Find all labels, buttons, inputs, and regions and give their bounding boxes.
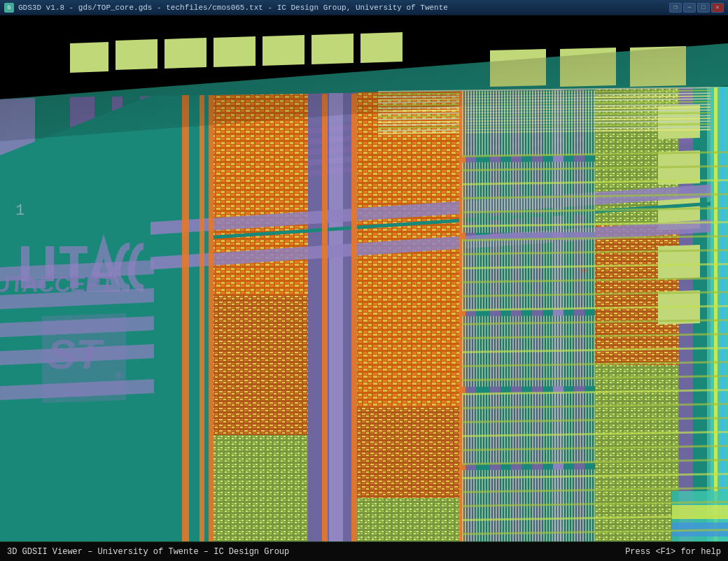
chip-canvas: UTACCEPT ST ® 2011 1 <box>0 15 728 541</box>
title-bar: G GDS3D v1.8 - gds/TOP_core.gds - techfi… <box>0 0 728 15</box>
window-title: GDS3D v1.8 - gds/TOP_core.gds - techfile… <box>18 3 448 12</box>
svg-marker-63 <box>70 42 108 73</box>
svg-marker-69 <box>360 32 402 63</box>
svg-marker-65 <box>164 38 206 69</box>
svg-marker-58 <box>595 365 679 491</box>
svg-text:ST: ST <box>48 331 104 378</box>
window-controls[interactable]: ❐ − □ ✕ <box>669 3 724 13</box>
svg-marker-42 <box>357 407 462 498</box>
restore-button[interactable]: ❐ <box>669 3 682 13</box>
svg-text:UTACCEPT: UTACCEPT <box>0 271 115 297</box>
svg-marker-119 <box>351 94 357 541</box>
svg-marker-64 <box>115 39 158 70</box>
svg-marker-132 <box>462 239 595 310</box>
status-text-left: 3D GDSII Viewer – University of Twente –… <box>7 547 289 557</box>
svg-marker-118 <box>322 94 328 541</box>
close-button[interactable]: ✕ <box>711 3 724 13</box>
svg-marker-67 <box>262 35 304 66</box>
svg-marker-134 <box>462 392 595 464</box>
svg-text:1: 1 <box>15 202 24 220</box>
svg-marker-41 <box>357 281 462 407</box>
svg-marker-36 <box>214 435 308 541</box>
maximize-button[interactable]: □ <box>697 3 710 13</box>
svg-marker-43 <box>357 498 462 541</box>
titlebar-left: G GDS3D v1.8 - gds/TOP_core.gds - techfi… <box>4 3 448 13</box>
minimize-button[interactable]: − <box>683 3 696 13</box>
app-icon: G <box>4 3 14 13</box>
svg-marker-38 <box>329 93 343 541</box>
svg-marker-117 <box>209 95 214 541</box>
svg-marker-66 <box>214 36 255 67</box>
svg-marker-68 <box>312 34 354 64</box>
status-text-right: Press <F1> for help <box>625 547 721 557</box>
svg-marker-116 <box>200 95 204 541</box>
svg-marker-34 <box>214 94 308 295</box>
chip-visualization: UTACCEPT ST ® 2011 1 <box>0 15 728 541</box>
svg-rect-106 <box>59 246 88 253</box>
svg-marker-130 <box>462 90 595 156</box>
svg-text:®: ® <box>115 370 123 381</box>
svg-marker-35 <box>214 295 308 435</box>
svg-text:2011: 2011 <box>70 388 92 399</box>
3d-viewport[interactable]: UTACCEPT ST ® 2011 1 <box>0 15 728 541</box>
status-bar: 3D GDSII Viewer – University of Twente –… <box>0 541 728 561</box>
svg-marker-115 <box>182 95 189 541</box>
